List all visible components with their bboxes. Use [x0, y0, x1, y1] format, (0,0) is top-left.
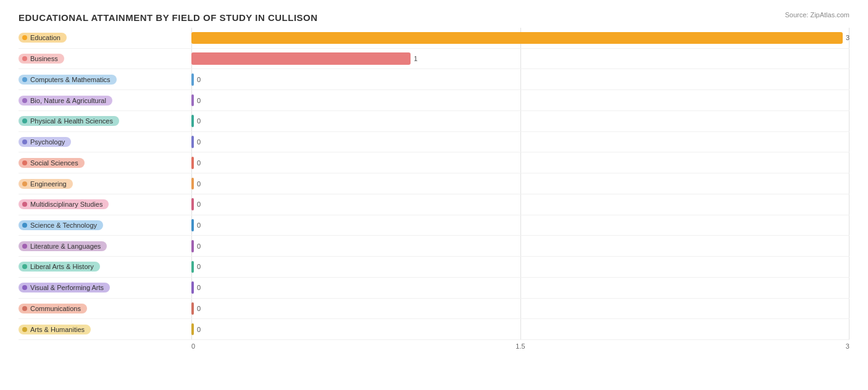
table-row: Social Sciences0	[19, 152, 849, 173]
row-label-education: Education	[19, 33, 191, 43]
bar-liberal-arts	[191, 261, 194, 273]
source-label: Source: ZipAtlas.com	[785, 11, 849, 19]
bar-science-tech	[191, 219, 194, 231]
bar-value-engineering: 0	[197, 180, 201, 188]
label-pill-business: Business	[19, 54, 64, 64]
bar-education	[191, 32, 843, 44]
table-row: Liberal Arts & History0	[19, 257, 849, 278]
bar-psychology	[191, 136, 194, 148]
label-pill-liberal-arts: Liberal Arts & History	[19, 262, 100, 272]
chart-container: EDUCATIONAL ATTAINMENT BY FIELD OF STUDY…	[0, 0, 868, 390]
bar-business	[191, 52, 411, 65]
bar-area-computers-math: 0	[191, 69, 849, 89]
bar-value-computers-math: 0	[197, 76, 201, 83]
bar-value-arts-humanities: 0	[197, 326, 201, 333]
label-pill-education: Education	[19, 33, 67, 43]
row-label-business: Business	[19, 54, 191, 64]
row-label-engineering: Engineering	[19, 179, 191, 189]
row-label-social-sciences: Social Sciences	[19, 158, 191, 168]
bar-value-education: 3	[846, 34, 849, 41]
row-label-arts-humanities: Arts & Humanities	[19, 325, 191, 334]
table-row: Arts & Humanities0	[19, 319, 849, 340]
label-pill-multidisciplinary: Multidisciplinary Studies	[19, 199, 109, 209]
x-tick-2: 3	[846, 342, 849, 350]
row-label-literature: Literature & Languages	[19, 241, 191, 251]
bar-multidisciplinary	[191, 198, 194, 210]
label-pill-social-sciences: Social Sciences	[19, 158, 85, 168]
bar-visual-arts	[191, 281, 194, 294]
bar-area-liberal-arts: 0	[191, 257, 849, 277]
bar-area-science-tech: 0	[191, 215, 849, 236]
bar-area-visual-arts: 0	[191, 278, 849, 298]
label-pill-computers-math: Computers & Mathematics	[19, 75, 117, 85]
bar-social-sciences	[191, 157, 194, 169]
row-label-communications: Communications	[19, 304, 191, 313]
label-pill-communications: Communications	[19, 304, 87, 313]
bar-value-liberal-arts: 0	[197, 263, 201, 270]
label-pill-bio-nature: Bio, Nature & Agricultural	[19, 96, 112, 106]
row-label-bio-nature: Bio, Nature & Agricultural	[19, 96, 191, 106]
label-pill-visual-arts: Visual & Performing Arts	[19, 283, 110, 292]
table-row: Literature & Languages0	[19, 236, 849, 257]
bars-area: Education3Business1Computers & Mathemati…	[19, 28, 849, 340]
bar-area-multidisciplinary: 0	[191, 194, 849, 215]
bar-value-psychology: 0	[197, 138, 201, 146]
table-row: Science & Technology0	[19, 215, 849, 236]
table-row: Business1	[19, 49, 849, 70]
bar-area-literature: 0	[191, 236, 849, 256]
row-label-computers-math: Computers & Mathematics	[19, 75, 191, 85]
table-row: Multidisciplinary Studies0	[19, 194, 849, 215]
bar-computers-math	[191, 73, 194, 86]
bar-area-business: 1	[191, 49, 849, 69]
bar-literature	[191, 240, 194, 252]
chart-body: Education3Business1Computers & Mathemati…	[19, 28, 849, 350]
table-row: Engineering0	[19, 173, 849, 194]
table-row: Physical & Health Sciences0	[19, 111, 849, 132]
label-pill-physical-health: Physical & Health Sciences	[19, 116, 119, 126]
bar-area-engineering: 0	[191, 173, 849, 194]
bar-arts-humanities	[191, 323, 194, 336]
bar-communications	[191, 302, 194, 315]
x-axis: 01.53	[191, 340, 849, 350]
table-row: Psychology0	[19, 132, 849, 153]
label-pill-engineering: Engineering	[19, 179, 73, 189]
bar-bio-nature	[191, 94, 194, 107]
bar-value-visual-arts: 0	[197, 284, 201, 291]
row-label-liberal-arts: Liberal Arts & History	[19, 262, 191, 272]
label-pill-science-tech: Science & Technology	[19, 220, 103, 230]
table-row: Bio, Nature & Agricultural0	[19, 90, 849, 111]
bar-value-physical-health: 0	[197, 117, 201, 125]
label-pill-arts-humanities: Arts & Humanities	[19, 325, 91, 334]
label-pill-literature: Literature & Languages	[19, 241, 107, 251]
table-row: Education3	[19, 28, 849, 49]
x-tick-1: 1.5	[515, 342, 525, 350]
bar-area-physical-health: 0	[191, 111, 849, 131]
row-label-physical-health: Physical & Health Sciences	[19, 116, 191, 126]
row-label-science-tech: Science & Technology	[19, 220, 191, 230]
label-pill-psychology: Psychology	[19, 137, 71, 147]
row-label-psychology: Psychology	[19, 137, 191, 147]
bar-area-arts-humanities: 0	[191, 319, 849, 339]
bar-area-psychology: 0	[191, 132, 849, 152]
bar-area-bio-nature: 0	[191, 90, 849, 110]
bar-area-social-sciences: 0	[191, 152, 849, 173]
row-label-multidisciplinary: Multidisciplinary Studies	[19, 199, 191, 209]
bar-value-multidisciplinary: 0	[197, 201, 201, 208]
x-tick-0: 0	[191, 342, 195, 350]
bar-value-bio-nature: 0	[197, 97, 201, 104]
bar-physical-health	[191, 115, 194, 127]
bar-value-communications: 0	[197, 305, 201, 312]
table-row: Visual & Performing Arts0	[19, 278, 849, 299]
chart-title: EDUCATIONAL ATTAINMENT BY FIELD OF STUDY…	[19, 12, 849, 23]
bar-engineering	[191, 178, 194, 190]
bar-value-social-sciences: 0	[197, 159, 201, 167]
bar-value-literature: 0	[197, 243, 201, 250]
row-label-visual-arts: Visual & Performing Arts	[19, 283, 191, 292]
table-row: Communications0	[19, 299, 849, 320]
table-row: Computers & Mathematics0	[19, 69, 849, 90]
bar-area-communications: 0	[191, 299, 849, 319]
bar-value-science-tech: 0	[197, 222, 201, 229]
bar-value-business: 1	[414, 55, 417, 62]
bar-area-education: 3	[191, 28, 849, 48]
